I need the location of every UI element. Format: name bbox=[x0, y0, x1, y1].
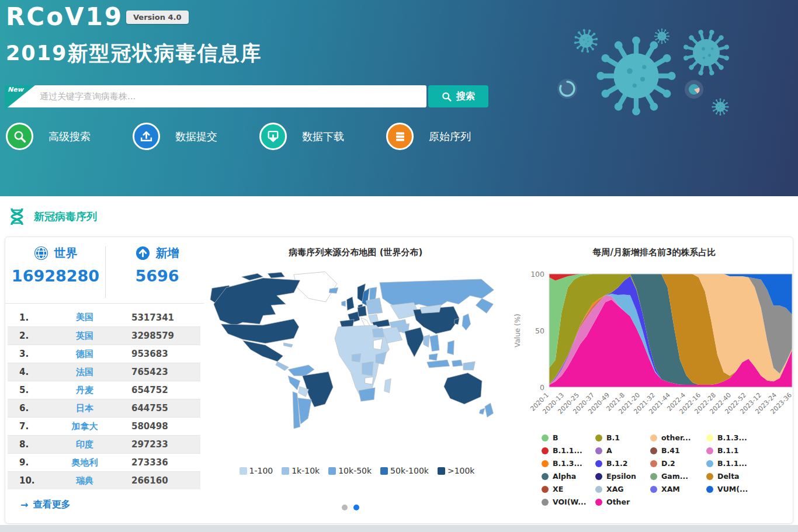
chart-legend-item[interactable]: B.1.1... bbox=[706, 459, 772, 468]
country-link[interactable]: 法国 bbox=[38, 367, 131, 378]
map-legend-item[interactable]: >100k bbox=[438, 466, 475, 475]
data-submit-link[interactable]: 数据提交 bbox=[133, 123, 259, 150]
search-button[interactable]: 搜索 bbox=[428, 85, 488, 107]
chart-legend-item[interactable]: B bbox=[542, 433, 593, 442]
country-link[interactable]: 瑞典 bbox=[38, 475, 131, 486]
stats-divider bbox=[105, 246, 106, 298]
data-download-link[interactable]: 数据下载 bbox=[259, 123, 386, 150]
chart-legend-item[interactable]: Other bbox=[595, 498, 648, 506]
legend-dot bbox=[595, 434, 602, 441]
country-count: 953683 bbox=[131, 349, 200, 359]
country-link[interactable]: 日本 bbox=[38, 403, 131, 414]
legend-label: XAM bbox=[661, 485, 680, 493]
advanced-search-link[interactable]: 高级搜索 bbox=[6, 123, 133, 150]
country-count: 266160 bbox=[131, 475, 200, 486]
country-link[interactable]: 英国 bbox=[38, 331, 131, 342]
legend-label: A bbox=[606, 446, 612, 455]
chart-legend-item[interactable]: A bbox=[595, 446, 648, 455]
chart-legend-item[interactable]: Epsilon bbox=[595, 472, 648, 481]
lineage-stacked-chart[interactable]: 050100Value (%)2020-12020-132020-252020-… bbox=[511, 260, 798, 436]
legend-label: XAG bbox=[606, 485, 624, 493]
arrow-right-icon: → bbox=[20, 499, 28, 510]
chart-legend-item[interactable]: B.1.1 bbox=[706, 446, 772, 455]
rank-number: 6. bbox=[8, 403, 38, 413]
legend-label: B.41 bbox=[661, 446, 680, 455]
search-input[interactable] bbox=[5, 85, 426, 107]
country-link[interactable]: 美国 bbox=[38, 312, 131, 323]
chart-legend-item[interactable]: XAG bbox=[595, 485, 648, 493]
legend-dot bbox=[542, 486, 549, 493]
map-legend-item[interactable]: 1k-10k bbox=[282, 466, 320, 475]
map-legend-item[interactable]: 1-100 bbox=[240, 466, 273, 475]
rank-number: 10. bbox=[8, 475, 38, 486]
y-tick-label: 100 bbox=[530, 270, 544, 279]
legend-label: B.1.3... bbox=[553, 459, 582, 468]
chart-legend-item[interactable]: XAM bbox=[650, 485, 704, 493]
legend-dot bbox=[595, 499, 602, 506]
country-count: 273336 bbox=[131, 457, 200, 468]
country-link[interactable]: 奥地利 bbox=[38, 457, 131, 468]
legend-dot bbox=[650, 460, 657, 467]
legend-label: Alpha bbox=[553, 472, 576, 481]
rank-number: 3. bbox=[8, 349, 38, 359]
legend-label: Gam... bbox=[661, 472, 688, 481]
legend-dot bbox=[706, 460, 713, 467]
rank-number: 8. bbox=[8, 439, 38, 450]
country-link[interactable]: 德国 bbox=[38, 349, 131, 360]
map-legend-item[interactable]: 10k-50k bbox=[328, 466, 372, 475]
legend-label: VOI(W... bbox=[553, 498, 586, 506]
rank-row: 9.奥地利273336 bbox=[8, 453, 200, 471]
quick-link-label: 数据下载 bbox=[302, 130, 344, 144]
legend-swatch bbox=[380, 467, 388, 475]
country-link[interactable]: 印度 bbox=[38, 439, 131, 450]
legend-label: 10k-50k bbox=[338, 466, 372, 475]
legend-dot bbox=[542, 447, 549, 454]
world-map[interactable] bbox=[209, 270, 504, 458]
view-more-link[interactable]: → 查看更多 bbox=[20, 499, 70, 511]
chart-legend-item[interactable]: Gam... bbox=[650, 472, 704, 481]
site-logo[interactable]: RCoV19 bbox=[6, 2, 123, 31]
country-link[interactable]: 丹麦 bbox=[38, 385, 131, 396]
legend-dot bbox=[650, 486, 657, 493]
sequence-card: 世界 16928280 新增 5696 1.美国53173412.英国32985… bbox=[5, 237, 793, 524]
chart-legend-item[interactable]: other... bbox=[650, 433, 704, 442]
chart-legend-item[interactable]: B.1.3... bbox=[706, 433, 772, 442]
chart-legend-item[interactable]: VOI(W... bbox=[542, 498, 593, 506]
legend-label: B.1.1 bbox=[717, 446, 738, 455]
chart-legend-item[interactable]: VUM(... bbox=[706, 485, 772, 493]
rank-number: 2. bbox=[8, 331, 38, 341]
legend-dot bbox=[706, 486, 713, 493]
legend-label: Other bbox=[606, 498, 630, 506]
download-icon bbox=[259, 123, 287, 150]
legend-label: XE bbox=[553, 485, 563, 493]
rcov19-page: RCoV19 Version 4.0 2019新型冠状病毒信息库 bbox=[0, 0, 798, 532]
chart-legend-item[interactable]: B.1.1... bbox=[542, 446, 593, 455]
legend-dot bbox=[650, 473, 657, 480]
chart-legend-item[interactable]: Delta bbox=[706, 472, 772, 481]
header-banner: RCoV19 Version 4.0 2019新型冠状病毒信息库 bbox=[0, 0, 798, 196]
country-link[interactable]: 加拿大 bbox=[38, 421, 131, 432]
map-legend-item[interactable]: 50k-100k bbox=[380, 466, 429, 475]
rank-row: 5.丹麦654752 bbox=[8, 381, 200, 399]
legend-dot bbox=[595, 460, 602, 467]
world-stat-label: 世界 bbox=[54, 245, 78, 261]
rank-row: 6.日本644755 bbox=[8, 399, 200, 417]
chart-legend-item[interactable]: B.41 bbox=[650, 446, 704, 455]
new-stat-label: 新增 bbox=[156, 245, 179, 261]
chart-legend-item[interactable]: Alpha bbox=[542, 472, 593, 481]
rank-row: 8.印度297233 bbox=[8, 435, 200, 453]
chart-legend-item[interactable]: B.1.3... bbox=[542, 459, 593, 468]
chart-legend-item[interactable]: B.1 bbox=[595, 433, 648, 442]
chart-legend-item[interactable]: D.2 bbox=[650, 459, 704, 468]
legend-label: Delta bbox=[717, 472, 740, 481]
dna-icon bbox=[8, 207, 26, 226]
raw-sequence-link[interactable]: 原始序列 bbox=[386, 123, 513, 150]
world-stat-value: 16928280 bbox=[6, 267, 105, 285]
chart-legend-item[interactable]: B.1.2 bbox=[595, 459, 648, 468]
rank-row: 2.英国3298579 bbox=[8, 326, 200, 345]
rank-number: 4. bbox=[8, 367, 38, 377]
carousel-dot[interactable] bbox=[342, 505, 348, 510]
chart-legend-item[interactable]: XE bbox=[542, 485, 593, 493]
carousel-dot-active[interactable] bbox=[353, 505, 359, 510]
legend-dot bbox=[542, 460, 549, 467]
